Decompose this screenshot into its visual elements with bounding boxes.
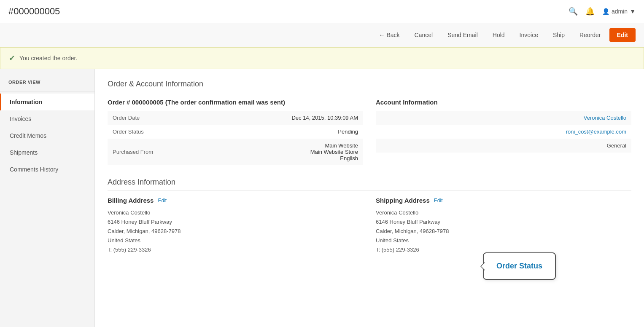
order-account-section-title: Order & Account Information: [108, 80, 631, 92]
account-info-block: Account Information Veronica Costello ro…: [376, 99, 631, 165]
billing-address-title: Billing Address Edit: [108, 197, 363, 204]
order-date-value: Dec 14, 2015, 10:39:09 AM: [210, 111, 363, 125]
sidebar-divider: [0, 91, 94, 91]
shipping-address-block: Shipping Address Edit Veronica Costello …: [376, 197, 631, 255]
sidebar-item-credit-memos[interactable]: Credit Memos: [0, 127, 94, 144]
table-row: Veronica Costello: [376, 111, 631, 125]
order-status-value: Pending: [210, 125, 363, 139]
shipping-address-text: Veronica Costello 6146 Honey Bluff Parkw…: [376, 208, 631, 255]
ship-button[interactable]: Ship: [547, 28, 571, 42]
account-info-table: Veronica Costello roni_cost@example.com …: [376, 111, 631, 153]
order-info-table: Order Date Dec 14, 2015, 10:39:09 AM Ord…: [108, 111, 363, 165]
main-layout: ORDER VIEW Information Invoices Credit M…: [0, 69, 644, 327]
order-date-label: Order Date: [108, 111, 210, 125]
table-row: General: [376, 139, 631, 153]
order-info-block: Order # 000000005 (The order confirmatio…: [108, 99, 363, 165]
table-row: Purchased From Main Website Main Website…: [108, 139, 363, 165]
user-icon: 👤: [602, 8, 609, 15]
send-email-button[interactable]: Send Email: [441, 28, 484, 42]
sidebar-heading: ORDER VIEW: [0, 75, 94, 89]
shipping-edit-link[interactable]: Edit: [434, 198, 443, 204]
sidebar-item-comments-history[interactable]: Comments History: [0, 161, 94, 178]
address-section: Address Information Billing Address Edit…: [108, 178, 631, 255]
shipping-title-text: Shipping Address: [376, 197, 430, 204]
purchased-from-label: Purchased From: [108, 139, 210, 165]
account-email-link[interactable]: roni_cost@example.com: [566, 129, 626, 135]
purchased-from-value: Main Website Main Website Store English: [210, 139, 363, 165]
success-message: You created the order.: [19, 55, 77, 62]
table-row: Order Status Pending: [108, 125, 363, 139]
page-title: #000000005: [8, 6, 60, 17]
address-section-title: Address Information: [108, 178, 631, 190]
account-group-cell: General: [376, 139, 631, 153]
sidebar-item-invoices[interactable]: Invoices: [0, 110, 94, 127]
edit-button[interactable]: Edit: [609, 28, 636, 42]
admin-label: admin: [612, 8, 628, 15]
hold-button[interactable]: Hold: [486, 28, 511, 42]
billing-address-block: Billing Address Edit Veronica Costello 6…: [108, 197, 363, 255]
admin-user-menu[interactable]: 👤 admin ▼: [602, 8, 636, 15]
order-status-popup: Order Status: [483, 252, 556, 280]
account-name-cell: Veronica Costello: [376, 111, 631, 125]
account-name-link[interactable]: Veronica Costello: [584, 115, 626, 121]
dropdown-icon: ▼: [630, 8, 636, 15]
cancel-button[interactable]: Cancel: [408, 28, 439, 42]
search-icon[interactable]: 🔍: [569, 7, 578, 16]
order-status-label: Order Status: [108, 125, 210, 139]
content-area: Order & Account Information Order # 0000…: [95, 69, 644, 327]
order-info-title: Order # 000000005 (The order confirmatio…: [108, 99, 363, 106]
top-bar-right: 🔍 🔔 👤 admin ▼: [569, 7, 636, 16]
back-button[interactable]: ← Back: [373, 28, 406, 42]
action-toolbar: ← Back Cancel Send Email Hold Invoice Sh…: [0, 23, 644, 47]
shipping-address-title: Shipping Address Edit: [376, 197, 631, 204]
bell-icon[interactable]: 🔔: [585, 7, 595, 16]
check-icon: ✔: [9, 54, 15, 63]
account-email-cell: roni_cost@example.com: [376, 125, 631, 139]
reorder-button[interactable]: Reorder: [573, 28, 607, 42]
address-grid: Billing Address Edit Veronica Costello 6…: [108, 197, 631, 255]
top-bar: #000000005 🔍 🔔 👤 admin ▼: [0, 0, 644, 23]
table-row: roni_cost@example.com: [376, 125, 631, 139]
billing-address-text: Veronica Costello 6146 Honey Bluff Parkw…: [108, 208, 363, 255]
sidebar: ORDER VIEW Information Invoices Credit M…: [0, 69, 95, 327]
sidebar-item-shipments[interactable]: Shipments: [0, 144, 94, 161]
order-account-grid: Order # 000000005 (The order confirmatio…: [108, 99, 631, 165]
billing-edit-link[interactable]: Edit: [158, 198, 167, 204]
account-info-title: Account Information: [376, 99, 631, 106]
table-row: Order Date Dec 14, 2015, 10:39:09 AM: [108, 111, 363, 125]
billing-title-text: Billing Address: [108, 197, 154, 204]
success-banner: ✔ You created the order.: [0, 47, 644, 69]
sidebar-item-information[interactable]: Information: [0, 94, 94, 110]
invoice-button[interactable]: Invoice: [513, 28, 544, 42]
